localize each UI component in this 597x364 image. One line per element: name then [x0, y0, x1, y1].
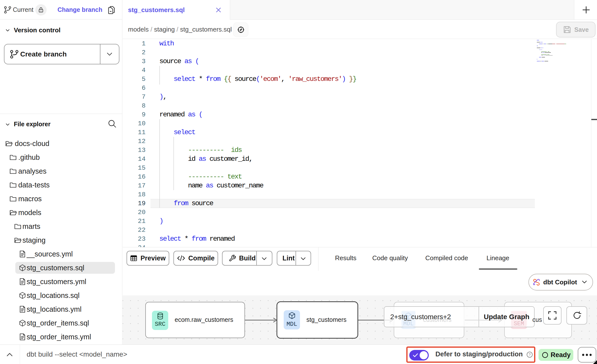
svg-text:?: ?: [529, 352, 531, 357]
